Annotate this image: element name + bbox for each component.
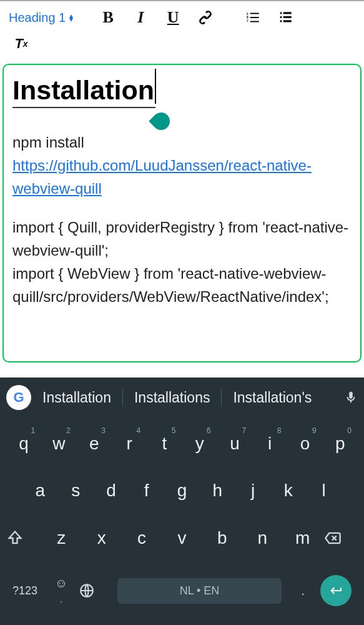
key-z[interactable]: z [41, 528, 81, 548]
code-line-2: import { WebView } from 'react-native-we… [12, 262, 352, 308]
suggestion-2[interactable]: Installations [129, 389, 215, 406]
key-d[interactable]: d [94, 481, 129, 501]
suggestion-3[interactable]: Installation's [228, 389, 317, 406]
repo-link[interactable]: https://github.com/LuudJanssen/react-nat… [12, 157, 312, 197]
key-o[interactable]: o9 [287, 434, 322, 454]
underline-button[interactable]: U [159, 5, 187, 30]
key-u[interactable]: u7 [217, 434, 252, 454]
key-g[interactable]: g [164, 481, 200, 501]
key-row-2: asdfghjkl [2, 481, 362, 501]
toolbar: Heading 1 ▴▾ B I U Tx [0, 0, 364, 60]
suggestion-1[interactable]: Installation [37, 389, 116, 406]
key-q[interactable]: q1 [6, 434, 41, 454]
doc-body[interactable]: npm install https://github.com/LuudJanss… [12, 131, 352, 308]
bullet-list-button[interactable] [272, 5, 299, 30]
key-a[interactable]: a [22, 481, 58, 501]
key-row-3: zxcvbnm [2, 528, 362, 548]
key-r[interactable]: r4 [112, 434, 147, 454]
key-h[interactable]: h [200, 481, 235, 501]
ordered-list-icon [245, 9, 261, 26]
doc-title[interactable]: Installation [12, 75, 155, 108]
bullet-list-icon [277, 9, 293, 26]
space-key[interactable]: NL • EN [117, 578, 282, 604]
heading-label: Heading 1 [9, 11, 66, 25]
key-j[interactable]: j [235, 481, 271, 501]
key-l[interactable]: l [306, 481, 342, 501]
backspace-key[interactable] [323, 529, 358, 547]
suggestion-bar: G Installation Installations Installatio… [0, 378, 364, 418]
key-n[interactable]: n [242, 528, 282, 548]
npm-text: npm install [12, 134, 84, 151]
symbols-key[interactable]: ?123 [6, 584, 44, 598]
clear-format-button[interactable]: Tx [7, 31, 35, 56]
key-v[interactable]: v [162, 528, 202, 548]
text-caret [155, 69, 156, 104]
key-y[interactable]: y6 [182, 434, 217, 454]
key-p[interactable]: p0 [323, 434, 358, 454]
code-line-1: import { Quill, providerRegistry } from … [12, 216, 352, 262]
key-x[interactable]: x [81, 528, 121, 548]
ordered-list-button[interactable] [239, 5, 267, 30]
period-key[interactable]: . [285, 584, 320, 598]
key-k[interactable]: k [270, 481, 306, 501]
heading-select[interactable]: Heading 1 ▴▾ [5, 8, 77, 28]
italic-button[interactable]: I [127, 5, 154, 30]
keyboard: G Installation Installations Installatio… [0, 378, 364, 625]
key-c[interactable]: c [122, 528, 162, 548]
editor[interactable]: Installation npm install https://github.… [2, 64, 362, 362]
link-icon [197, 9, 214, 26]
key-w[interactable]: w2 [41, 434, 76, 454]
google-icon[interactable]: G [6, 385, 31, 410]
mic-icon[interactable] [344, 391, 358, 404]
key-row-4: ?123 ☺, NL • EN . [2, 575, 362, 606]
key-s[interactable]: s [58, 481, 94, 501]
select-arrows-icon: ▴▾ [69, 14, 73, 21]
emoji-key[interactable]: ☺, [44, 576, 79, 605]
link-button[interactable] [192, 5, 219, 30]
key-f[interactable]: f [129, 481, 164, 501]
enter-key[interactable] [320, 575, 358, 606]
key-i[interactable]: i8 [252, 434, 287, 454]
key-m[interactable]: m [283, 528, 323, 548]
key-t[interactable]: t5 [147, 434, 182, 454]
language-key[interactable] [79, 582, 114, 599]
key-b[interactable]: b [202, 528, 242, 548]
bold-button[interactable]: B [94, 5, 122, 30]
key-row-1: q1w2e3r4t5y6u7i8o9p0 [2, 434, 362, 454]
key-e[interactable]: e3 [77, 434, 112, 454]
shift-key[interactable] [6, 529, 41, 547]
